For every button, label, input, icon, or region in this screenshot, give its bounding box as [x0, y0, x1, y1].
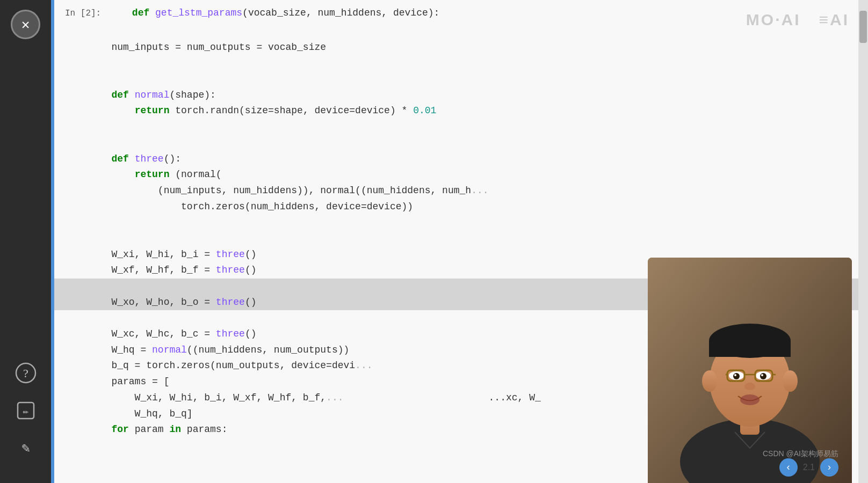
svg-point-17: [761, 374, 763, 376]
svg-point-26: [783, 370, 798, 392]
code-line-12: b_q = torch.zeros(num_outputs, device=de…: [65, 360, 373, 371]
question-icon: ?: [15, 362, 37, 384]
svg-point-24: [740, 394, 760, 405]
prev-icon: ‹: [785, 462, 791, 473]
pencil-button[interactable]: ✎: [12, 435, 39, 462]
scrollbar-thumb[interactable]: [859, 11, 867, 43]
code-line-1: num_inputs = num_outputs = vocab_size: [65, 42, 326, 53]
main-container: ✕ ? ✏ ✎ MO·AI ≡AI: [0, 0, 868, 483]
next-button[interactable]: ›: [820, 458, 838, 477]
next-icon: ›: [827, 462, 833, 473]
code-line-2: def normal(shape):: [65, 90, 216, 100]
svg-point-14: [733, 373, 740, 379]
edit-icon-1: ✏: [16, 400, 36, 421]
pencil-icon: ✎: [16, 438, 35, 458]
svg-point-16: [734, 374, 736, 376]
svg-text:✎: ✎: [21, 441, 30, 457]
code-line-3: return torch.randn(size=shape, device=de…: [65, 105, 436, 116]
code-line-11: W_hq = normal((num_hiddens, num_outputs)…: [65, 345, 349, 355]
code-line-blank1: [65, 74, 71, 84]
close-button[interactable]: ✕: [11, 10, 40, 39]
scrollbar[interactable]: [858, 0, 868, 483]
watermark: MO·AI ≡AI: [746, 10, 849, 30]
svg-point-23: [744, 383, 755, 390]
code-line-7: torch.zeros(num_hiddens, device=device)): [65, 201, 413, 212]
svg-point-15: [760, 373, 766, 379]
code-line-14: W_xi, W_hi, b_i, W_xf, W_hf, b_f,... ...…: [65, 392, 541, 403]
question-button[interactable]: ?: [12, 360, 39, 386]
code-line-4: def three():: [65, 153, 181, 164]
code-line-15: W_hq, b_q]: [65, 408, 193, 419]
code-line-blank3: [65, 233, 71, 244]
code-area: MO·AI ≡AI In [2]: def get_lstm_params(vo…: [54, 0, 868, 483]
svg-point-25: [702, 370, 717, 392]
svg-text:?: ?: [23, 367, 28, 380]
navigation-controls: ‹ 2.1 ›: [779, 458, 838, 477]
code-line-blank2: [65, 137, 71, 148]
code-line-6: (num_inputs, num_hiddens)), normal((num_…: [65, 185, 489, 196]
code-line-8: W_xi, W_hi, b_i = three(): [65, 249, 256, 260]
code-line-16: for param in params:: [65, 424, 227, 435]
svg-rect-11: [709, 341, 791, 357]
edit-button-1[interactable]: ✏: [12, 397, 39, 424]
code-line-13: params = [: [65, 376, 169, 387]
prev-button[interactable]: ‹: [779, 458, 798, 477]
left-sidebar: ✕ ? ✏ ✎: [0, 0, 51, 483]
code-line-5: return (normal(: [65, 169, 222, 180]
svg-text:✏: ✏: [23, 406, 28, 417]
page-indicator: 2.1: [803, 463, 815, 472]
code-line-10: W_xc, W_hc, b_c = three(): [65, 328, 256, 339]
code-line-9: W_xf, W_hf, b_f = three(): [65, 265, 256, 275]
csdn-watermark: CSDN @AI架构师易筋: [763, 449, 838, 459]
close-icon: ✕: [21, 16, 30, 33]
